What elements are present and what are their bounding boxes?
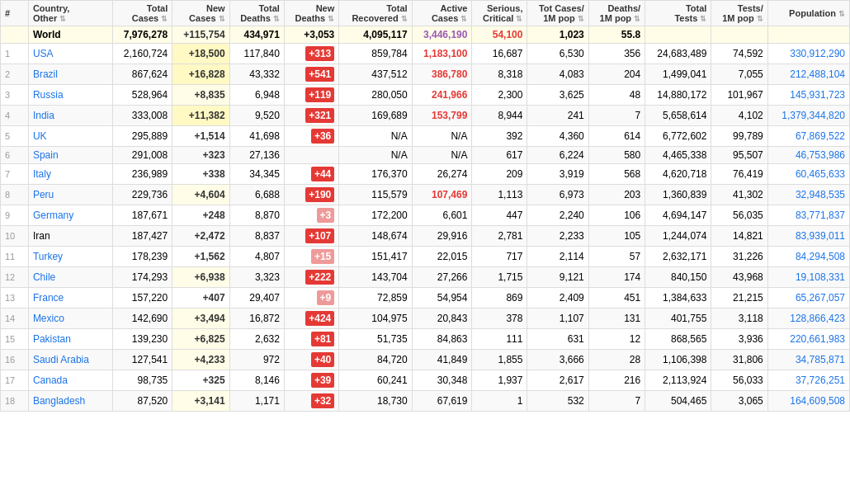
row-tot-per-1m: 3,625 <box>527 85 588 106</box>
country-link[interactable]: Bangladesh <box>33 395 85 407</box>
row-country[interactable]: Italy <box>28 164 112 185</box>
row-active-cases: 20,843 <box>412 309 472 329</box>
row-num: 4 <box>1 106 29 126</box>
row-total-tests: 4,465,338 <box>645 147 711 164</box>
row-tests-per-1m: 14,821 <box>711 226 767 247</box>
row-new-cases: +325 <box>172 370 229 391</box>
row-country[interactable]: Canada <box>28 370 112 391</box>
country-link[interactable]: Saudi Arabia <box>33 354 89 365</box>
row-new-deaths: +15 <box>284 247 338 267</box>
row-country[interactable]: Chile <box>28 267 112 288</box>
row-deaths-per-1m: 7 <box>588 106 645 126</box>
country-link[interactable]: Turkey <box>33 251 63 262</box>
row-country[interactable]: Germany <box>28 205 112 226</box>
header-tests-per-1m[interactable]: Tests/1M pop ⇅ <box>711 1 767 26</box>
country-link[interactable]: Germany <box>33 210 73 221</box>
row-total-deaths: 4,807 <box>229 247 284 267</box>
row-country[interactable]: Iran <box>28 226 112 247</box>
row-tests-per-1m: 101,967 <box>711 85 767 106</box>
row-total-recovered: 84,720 <box>339 350 412 370</box>
header-total-cases[interactable]: TotalCases ⇅ <box>112 1 172 26</box>
header-total-deaths[interactable]: TotalDeaths ⇅ <box>229 1 284 26</box>
header-country[interactable]: Country,Other ⇅ <box>28 1 112 26</box>
country-link[interactable]: Peru <box>33 189 54 200</box>
row-population: 34,785,871 <box>767 350 849 370</box>
row-total-recovered: 148,674 <box>339 226 412 247</box>
row-country[interactable]: Saudi Arabia <box>28 350 112 370</box>
row-country[interactable]: Pakistan <box>28 329 112 350</box>
header-serious[interactable]: Serious,Critical ⇅ <box>472 1 527 26</box>
row-total-deaths: 1,171 <box>229 391 284 412</box>
row-new-cases: +407 <box>172 288 229 309</box>
header-tot-per-1m[interactable]: Tot Cases/1M pop ⇅ <box>527 1 588 26</box>
country-link[interactable]: France <box>33 292 64 304</box>
row-num: 18 <box>1 391 29 412</box>
row-total-recovered: 72,859 <box>339 288 412 309</box>
row-country[interactable]: UK <box>28 126 112 147</box>
row-active-cases: 54,954 <box>412 288 472 309</box>
row-deaths-per-1m: 451 <box>588 288 645 309</box>
header-total-tests[interactable]: TotalTests ⇅ <box>645 1 711 26</box>
country-link[interactable]: USA <box>33 48 54 59</box>
row-tot-per-1m: 631 <box>527 329 588 350</box>
row-total-cases: 157,220 <box>112 288 172 309</box>
row-tot-per-1m: 6,224 <box>527 147 588 164</box>
country-link[interactable]: Russia <box>33 89 64 101</box>
country-link[interactable]: Mexico <box>33 313 64 324</box>
row-deaths-per-1m: 28 <box>588 350 645 370</box>
row-country[interactable]: Russia <box>28 85 112 106</box>
header-population[interactable]: Population ⇅ <box>767 1 849 26</box>
header-active-cases[interactable]: ActiveCases ⇅ <box>412 1 472 26</box>
table-row: 9 Germany 187,671 +248 8,870 +3 172,200 … <box>1 205 850 226</box>
row-country[interactable]: Spain <box>28 147 112 164</box>
row-population: 67,869,522 <box>767 126 849 147</box>
row-total-cases: 142,690 <box>112 309 172 329</box>
row-country[interactable]: France <box>28 288 112 309</box>
row-total-recovered: 169,689 <box>339 106 412 126</box>
country-link[interactable]: India <box>33 110 54 121</box>
country-link[interactable]: Chile <box>33 271 55 283</box>
header-total-recovered[interactable]: TotalRecovered ⇅ <box>339 1 412 26</box>
row-total-deaths: 16,872 <box>229 309 284 329</box>
country-link[interactable]: Spain <box>33 149 59 161</box>
row-new-cases: +16,828 <box>172 64 229 85</box>
country-link[interactable]: UK <box>33 130 47 142</box>
country-link[interactable]: Pakistan <box>33 333 71 345</box>
row-tot-per-1m: 3,919 <box>527 164 588 185</box>
row-country[interactable]: India <box>28 106 112 126</box>
row-active-cases: 84,863 <box>412 329 472 350</box>
row-new-deaths: +119 <box>284 85 338 106</box>
header-num[interactable]: # <box>1 1 29 26</box>
table-row: 11 Turkey 178,239 +1,562 4,807 +15 151,4… <box>1 247 850 267</box>
header-new-cases[interactable]: NewCases ⇅ <box>172 1 229 26</box>
row-country[interactable]: Brazil <box>28 64 112 85</box>
table-row: 18 Bangladesh 87,520 +3,141 1,171 +32 18… <box>1 391 850 412</box>
row-country[interactable]: Peru <box>28 185 112 205</box>
row-num: 11 <box>1 247 29 267</box>
world-num <box>1 26 29 44</box>
row-total-recovered: 151,417 <box>339 247 412 267</box>
row-num: 13 <box>1 288 29 309</box>
row-deaths-per-1m: 7 <box>588 391 645 412</box>
row-total-tests: 4,694,147 <box>645 205 711 226</box>
row-country[interactable]: Mexico <box>28 309 112 329</box>
row-new-deaths: +39 <box>284 370 338 391</box>
row-total-deaths: 117,840 <box>229 44 284 64</box>
row-country[interactable]: USA <box>28 44 112 64</box>
row-total-deaths: 43,332 <box>229 64 284 85</box>
country-link[interactable]: Italy <box>33 168 51 180</box>
row-total-tests: 504,465 <box>645 391 711 412</box>
row-active-cases: 67,619 <box>412 391 472 412</box>
country-link[interactable]: Brazil <box>33 68 58 80</box>
header-new-deaths[interactable]: NewDeaths ⇅ <box>284 1 338 26</box>
country-link[interactable]: Canada <box>33 374 68 386</box>
row-country[interactable]: Bangladesh <box>28 391 112 412</box>
row-new-cases: +3,141 <box>172 391 229 412</box>
table-row: 13 France 157,220 +407 29,407 +9 72,859 … <box>1 288 850 309</box>
row-country[interactable]: Turkey <box>28 247 112 267</box>
row-active-cases: 30,348 <box>412 370 472 391</box>
row-total-recovered: 18,730 <box>339 391 412 412</box>
table-row: 4 India 333,008 +11,382 9,520 +321 169,6… <box>1 106 850 126</box>
row-population: 212,488,104 <box>767 64 849 85</box>
header-deaths-per-1m[interactable]: Deaths/1M pop ⇅ <box>588 1 645 26</box>
